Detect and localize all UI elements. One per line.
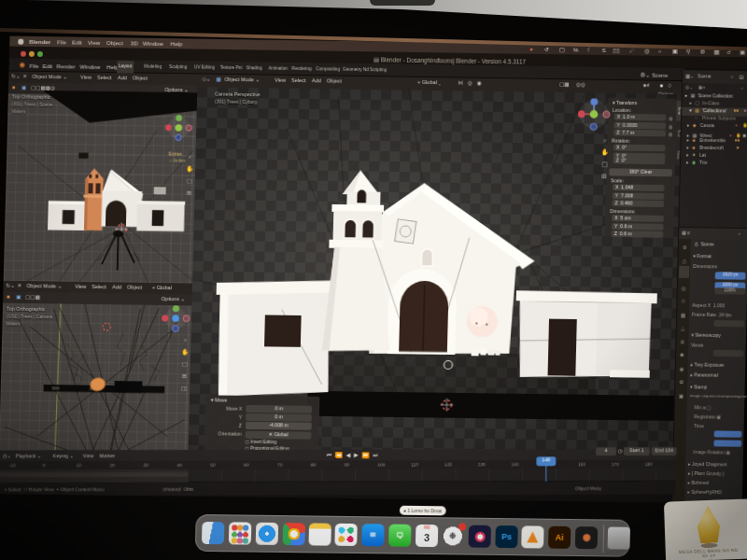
svg-text:⌕: ⌕: [189, 153, 192, 160]
svg-text:⊞: ⊞: [187, 189, 192, 196]
svg-text:✋: ✋: [186, 165, 194, 173]
svg-text:⌕: ⌕: [184, 336, 188, 343]
svg-text:Extras: Extras: [169, 151, 183, 157]
svg-text:⊞: ⊞: [601, 173, 607, 179]
svg-text:☼ Amber: ☼ Amber: [168, 159, 186, 163]
svg-text:▢: ▢: [187, 177, 192, 184]
svg-text:✋: ✋: [601, 147, 610, 156]
svg-text:⌕: ⌕: [602, 136, 607, 143]
svg-text:▢: ▢: [601, 161, 608, 167]
